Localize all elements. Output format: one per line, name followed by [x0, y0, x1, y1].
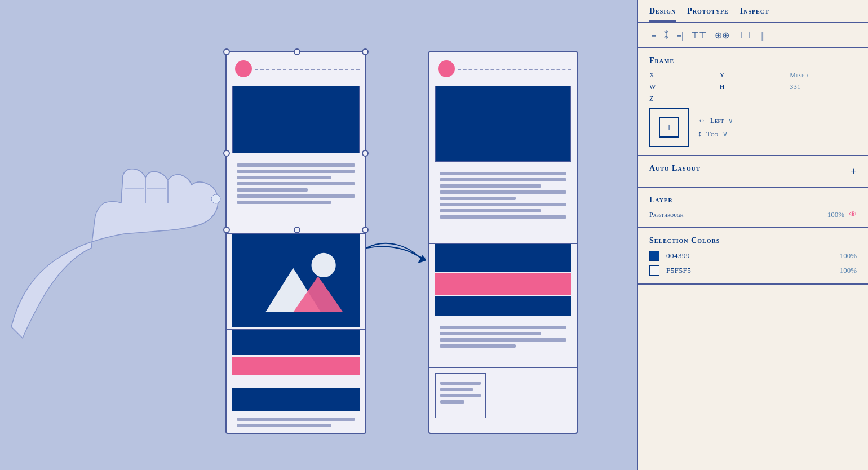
distribute-icon[interactable]: || [761, 30, 764, 41]
selection-colors-title: Selection Colors [649, 236, 857, 245]
frame-props: X Y Mixed W H 331 Z [649, 71, 857, 103]
frame-cross-icon: + [666, 122, 672, 134]
color-swatch-1 [649, 251, 659, 261]
prop-y-label: Y [720, 71, 787, 79]
layer-opacity-value: 100% [827, 210, 844, 219]
align-top-label: Too [706, 130, 718, 139]
align-center-h-icon[interactable]: ⁑ [664, 30, 668, 41]
card-section-2-right [435, 244, 571, 317]
mountain-scene [232, 234, 360, 327]
handle-tr[interactable] [362, 48, 369, 55]
eye-icon[interactable]: 👁 [849, 210, 857, 219]
handle-tm[interactable] [294, 48, 300, 55]
frame-preview-row: + ↔ Left ∨ ↕ Too ∨ [649, 108, 857, 147]
handle-tl[interactable] [223, 48, 230, 55]
svg-point-5 [312, 253, 336, 277]
layer-value-group: 100% 👁 [827, 210, 857, 219]
tab-prototype[interactable]: Prototype [687, 7, 729, 22]
prop-x-label: X [649, 71, 716, 79]
color-row-2[interactable]: F5F5F5 100% [649, 265, 857, 276]
prop-w-label: W [649, 83, 716, 91]
align-top-icon[interactable]: ⊤⊤ [691, 30, 707, 41]
illustration-area [0, 0, 637, 470]
frame-section: Frame X Y Mixed W H 331 Z + ↔ Left ∨ [638, 48, 868, 156]
layer-title: Layer [649, 196, 857, 205]
card-section-3-left [232, 330, 360, 386]
dashed-line-left [255, 69, 360, 70]
align-left-icon[interactable]: |≡ [649, 30, 656, 41]
frame-title: Frame [649, 56, 857, 65]
panel-tabs: Design Prototype Inspect [638, 0, 868, 23]
align-right-icon[interactable]: ≡| [676, 30, 683, 41]
vertical-arrow-icon: ↕ [698, 130, 702, 139]
align-options: ↔ Left ∨ ↕ Too ∨ [698, 116, 733, 139]
text-lines-1 [232, 159, 360, 209]
tab-inspect[interactable]: Inspect [740, 7, 769, 22]
selection-colors-section: Selection Colors 004399 100% F5F5F5 100% [638, 228, 868, 285]
svg-marker-6 [419, 257, 426, 260]
dark-image-top-left [232, 86, 360, 153]
text-lines-1-right [435, 167, 571, 223]
frame-box-inner: + [659, 117, 679, 138]
card-section-4-left [232, 388, 360, 428]
layer-props-row: Passthrough 100% 👁 [649, 210, 857, 219]
left-dropdown-icon[interactable]: ∨ [728, 117, 733, 125]
right-panel: Design Prototype Inspect |≡ ⁑ ≡| ⊤⊤ ⊕⊕ ⊥… [637, 0, 868, 470]
separator-2-right [429, 367, 577, 368]
handle-bl-l[interactable] [223, 227, 230, 233]
auto-layout-row: Auto Layout + [649, 164, 857, 179]
align-horizontal-option[interactable]: ↔ Left ∨ [698, 116, 733, 125]
pink-dot-right [438, 60, 455, 77]
align-left-label: Left [710, 116, 724, 125]
align-vertical-option[interactable]: ↕ Too ∨ [698, 130, 733, 139]
dark-image-top-right [435, 86, 571, 162]
prop-h-value: 331 [790, 83, 857, 91]
auto-layout-section: Auto Layout + [638, 156, 868, 188]
connector-arrow [361, 237, 440, 282]
wireframe-card-left [225, 51, 366, 434]
text-lines-2-right [435, 321, 571, 352]
alignment-row: |≡ ⁑ ≡| ⊤⊤ ⊕⊕ ⊥⊥ || [638, 23, 868, 48]
dashed-line-right [458, 69, 571, 70]
horizontal-arrow-icon: ↔ [698, 116, 706, 125]
align-center-v-icon[interactable]: ⊕⊕ [715, 30, 729, 41]
color-opacity-1: 100% [840, 251, 857, 260]
color-opacity-2: 100% [840, 266, 857, 275]
frame-box-preview[interactable]: + [649, 108, 689, 147]
tab-design[interactable]: Design [649, 7, 676, 22]
color-hex-1: 004399 [666, 251, 833, 260]
layer-mode-label: Passthrough [649, 211, 683, 219]
prop-mixed-value: Mixed [790, 71, 857, 79]
thumb-card-right [435, 373, 486, 418]
color-swatch-2 [649, 265, 659, 276]
handle-br-l[interactable] [362, 227, 369, 233]
handle-bm[interactable] [294, 227, 300, 233]
prop-z-label: Z [649, 95, 716, 103]
auto-layout-add-icon[interactable]: + [851, 165, 857, 178]
top-dropdown-icon[interactable]: ∨ [723, 130, 728, 139]
pink-dot-left [235, 60, 252, 77]
handle-mr[interactable] [362, 150, 369, 157]
color-hex-2: F5F5F5 [666, 266, 833, 275]
layer-section: Layer Passthrough 100% 👁 [638, 188, 868, 228]
hand-illustration [0, 90, 254, 372]
handle-ml[interactable] [223, 150, 230, 157]
align-bottom-icon[interactable]: ⊥⊥ [737, 30, 753, 41]
svg-point-2 [211, 194, 220, 203]
wireframe-card-right [428, 51, 578, 434]
auto-layout-title: Auto Layout [649, 164, 701, 173]
color-row-1[interactable]: 004399 100% [649, 251, 857, 261]
prop-h-label: H [720, 83, 787, 91]
